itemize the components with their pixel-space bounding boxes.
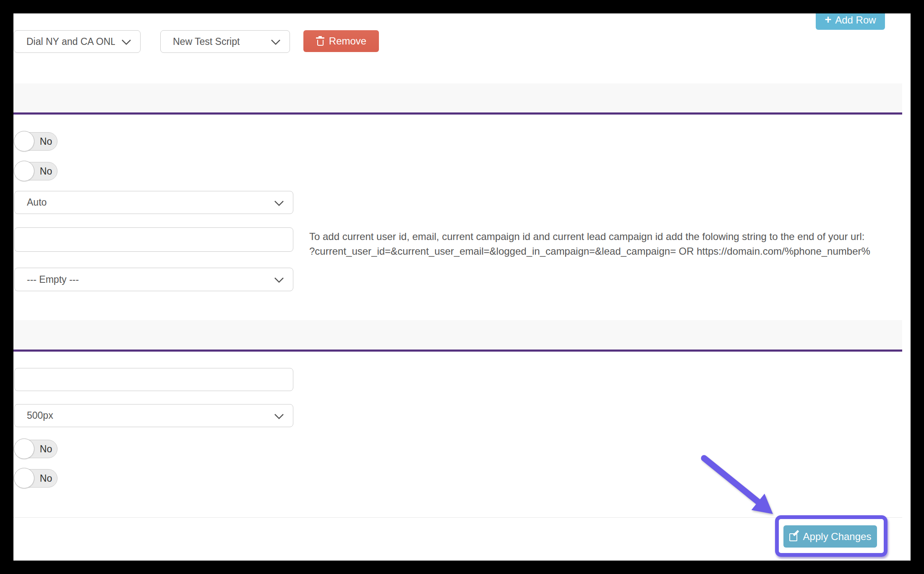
auto-select[interactable]: Auto [14,191,293,214]
toggle-label: No [35,440,57,458]
toggle-switch-1[interactable]: No [14,132,57,151]
toggle-label: No [35,133,57,150]
section-header-bar [13,83,902,115]
auto-select-value: Auto [27,197,47,208]
footer-divider [13,517,902,518]
text-input[interactable] [14,368,293,391]
toggle-knob [14,468,34,488]
toggle-label: No [35,470,57,487]
height-select-value: 500px [27,410,53,421]
script-select-value: New Test Script [173,36,240,47]
script-select[interactable]: New Test Script [160,30,290,53]
settings-panel: Dial NY and CA ONLY New Test Script Remo… [13,13,911,561]
campaign-select-value: Dial NY and CA ONLY [26,36,115,47]
campaign-select[interactable]: Dial NY and CA ONLY [14,30,141,53]
toggle-label: No [35,162,57,180]
apply-changes-label: Apply Changes [803,531,872,543]
plus-icon: + [825,14,831,26]
help-text-line2: ?current_user_id=&current_user_email=&lo… [309,244,905,258]
toggle-knob [14,131,34,151]
add-row-button-label: Add Row [835,14,876,26]
toggle-knob [14,161,34,181]
edit-icon [789,532,799,541]
toggle-switch-3[interactable]: No [14,440,57,458]
remove-button[interactable]: Remove [303,30,379,52]
height-select[interactable]: 500px [14,404,293,427]
screenshot-frame: Dial NY and CA ONLY New Test Script Remo… [0,0,924,574]
chevron-down-icon [271,36,281,45]
empty-select-value: --- Empty --- [27,274,79,285]
chevron-down-icon [122,36,131,45]
apply-changes-button[interactable]: Apply Changes [783,525,877,548]
toggle-switch-4[interactable]: No [14,469,57,488]
trash-icon [316,36,324,46]
help-text: To add current user id, email, current c… [309,229,905,258]
chevron-down-icon [274,274,284,283]
help-text-line1: To add current user id, email, current c… [309,229,905,244]
chevron-down-icon [274,410,284,419]
empty-select[interactable]: --- Empty --- [14,268,293,291]
chevron-down-icon [274,196,284,206]
toggle-knob [14,438,34,459]
remove-button-label: Remove [329,35,366,47]
add-row-button[interactable]: + Add Row [816,13,885,30]
toggle-switch-2[interactable]: No [14,162,57,180]
url-input[interactable] [14,227,293,252]
section-header-bar [13,320,902,352]
